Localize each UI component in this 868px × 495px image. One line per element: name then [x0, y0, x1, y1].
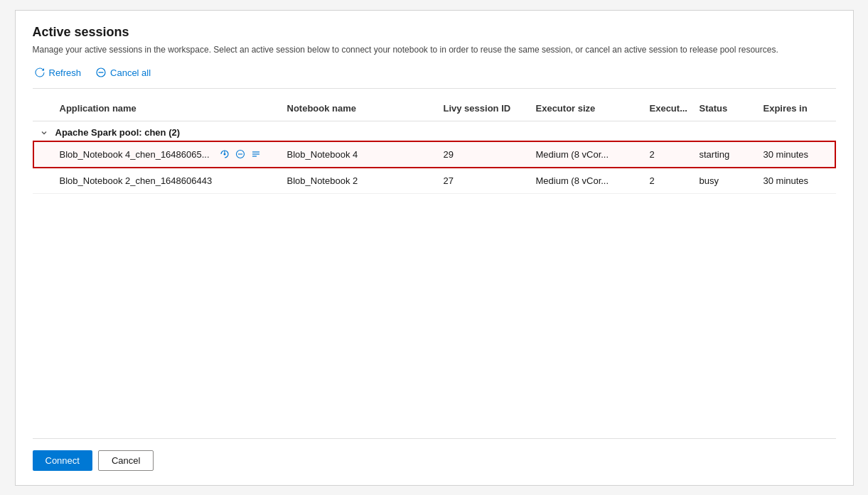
svg-point-2: [223, 153, 225, 156]
row1-livy-id: 29: [439, 146, 532, 163]
col-execut: Execut...: [645, 100, 695, 116]
col-notebook-name: Notebook name: [283, 100, 439, 116]
row1-execut: 2: [645, 146, 695, 163]
group-row: Apache Spark pool: chen (2): [33, 121, 836, 141]
row2-executor-size: Medium (8 vCor...: [532, 173, 645, 189]
cancel-all-icon: [95, 67, 107, 78]
row2-notebook-name: Blob_Notebook 2: [283, 173, 439, 189]
col-expires: Expires in: [759, 100, 830, 116]
row2-execut: 2: [645, 173, 695, 189]
row1-status: starting: [695, 146, 759, 163]
row2-indent: [33, 178, 55, 184]
row1-app-name-text: Blob_Notebook 4_chen_16486065...: [60, 149, 210, 160]
row1-executor-size: Medium (8 vCor...: [532, 146, 645, 163]
toolbar: Refresh Cancel all: [33, 64, 836, 89]
row2-app-name: Blob_Notebook 2_chen_1648606443: [55, 173, 283, 189]
cancel-all-button[interactable]: Cancel all: [94, 64, 152, 81]
refresh-icon: [34, 67, 45, 78]
col-status: Status: [695, 100, 759, 116]
connect-button[interactable]: Connect: [33, 450, 92, 471]
row1-app-name: Blob_Notebook 4_chen_16486065...: [55, 145, 283, 163]
refresh-label: Refresh: [49, 67, 82, 78]
group-label: Apache Spark pool: chen (2): [55, 127, 836, 138]
col-livy-session: Livy session ID: [439, 100, 532, 116]
active-sessions-dialog: Active sessions Manage your active sessi…: [15, 10, 854, 486]
cancel-all-label: Cancel all: [110, 67, 151, 78]
col-app-name: Application name: [55, 100, 283, 116]
dialog-title: Active sessions: [33, 25, 836, 40]
row1-cancel-icon-btn[interactable]: [234, 148, 247, 161]
table-row[interactable]: Blob_Notebook 2_chen_1648606443 Blob_Not…: [33, 168, 836, 194]
row1-indent: [33, 151, 55, 157]
cancel-button[interactable]: Cancel: [98, 450, 154, 471]
row1-list-icon-btn[interactable]: [250, 148, 262, 161]
refresh-button[interactable]: Refresh: [33, 64, 83, 81]
table-row[interactable]: Blob_Notebook 4_chen_16486065...: [33, 141, 836, 168]
row2-expires: 30 minutes: [759, 173, 830, 189]
dialog-subtitle: Manage your active sessions in the works…: [33, 44, 836, 56]
row1-notebook-name: Blob_Notebook 4: [283, 146, 439, 163]
col-expand: [33, 100, 55, 116]
table-header: Application name Notebook name Livy sess…: [33, 96, 836, 121]
sessions-table: Application name Notebook name Livy sess…: [33, 96, 836, 437]
col-executor-size: Executor size: [532, 100, 645, 116]
row2-livy-id: 27: [439, 173, 532, 189]
row1-actions: [214, 148, 262, 161]
row1-connect-icon-btn[interactable]: [218, 148, 231, 161]
dialog-footer: Connect Cancel: [33, 438, 836, 471]
group-chevron[interactable]: [33, 129, 55, 136]
row2-status: busy: [695, 173, 759, 189]
row1-expires: 30 minutes: [759, 146, 830, 163]
